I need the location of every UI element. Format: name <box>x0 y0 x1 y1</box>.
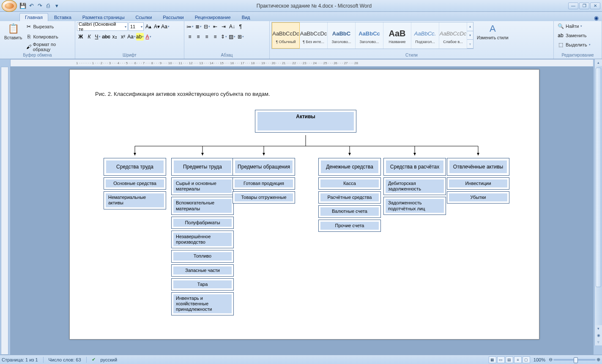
style-item[interactable]: AaBbCc.Подзагол... <box>411 22 439 49</box>
view-web-button[interactable]: ▤ <box>506 356 513 363</box>
align-right-button[interactable]: ≡ <box>203 33 211 41</box>
document-area[interactable]: Рис. 2. Классификация активов хозяйствую… <box>10 67 594 355</box>
paste-button[interactable]: 📋 Вставить <box>2 22 25 41</box>
line-spacing-button[interactable]: ⇕ <box>220 33 227 41</box>
tab-layout[interactable]: Разметка страницы <box>77 14 130 21</box>
next-page-icon[interactable]: ▿ <box>595 339 602 345</box>
shading-button[interactable]: ▨ <box>228 33 236 41</box>
borders-button[interactable]: ⊞ <box>237 33 244 41</box>
change-case-button[interactable]: Aa <box>128 33 135 41</box>
view-draft-button[interactable]: ▢ <box>523 356 530 363</box>
status-word-count[interactable]: Число слов: 63 <box>49 357 81 362</box>
font-size-combo[interactable]: 11 <box>129 22 144 31</box>
help-icon[interactable]: ◉ <box>594 15 599 21</box>
align-center-button[interactable]: ≡ <box>194 33 202 41</box>
tab-view[interactable]: Вид <box>237 14 255 21</box>
style-item[interactable]: AaBbCcDc¶ Без инте... <box>300 22 328 49</box>
format-painter-button[interactable]: 🖌Формат по образцу <box>25 42 73 52</box>
change-styles-button[interactable]: A Изменить стили <box>474 22 511 41</box>
tab-references[interactable]: Ссылки <box>131 14 157 21</box>
font-color-button[interactable]: A <box>145 33 152 41</box>
bold-button[interactable]: Ж <box>77 33 85 41</box>
superscript-button[interactable]: x² <box>119 33 127 41</box>
indent-increase-button[interactable]: ⇥ <box>220 23 227 30</box>
select-button[interactable]: ⬚Выделить▾ <box>555 41 592 49</box>
group-clipboard: 📋 Вставить ✂Вырезать ⎘Копировать 🖌Формат… <box>0 21 75 59</box>
close-button[interactable]: ✕ <box>590 3 600 9</box>
vertical-ruler[interactable] <box>1 67 8 355</box>
strike-button[interactable]: abc <box>102 33 110 41</box>
qat-more-icon[interactable]: ▾ <box>53 3 60 9</box>
title-bar: 💾 ↶ ↷ ⎙ ▾ Практическое задание № 4.docx … <box>0 0 602 12</box>
gallery-more[interactable]: ▴▾▿ <box>467 22 473 49</box>
style-item[interactable]: AaBbCЗаголово... <box>328 22 356 49</box>
multilevel-button[interactable]: ⊟ <box>203 23 211 30</box>
indent-decrease-button[interactable]: ⇤ <box>211 23 219 30</box>
cut-button[interactable]: ✂Вырезать <box>25 22 73 31</box>
zoom-slider[interactable] <box>553 359 596 361</box>
page: Рис. 2. Классификация активов хозяйствую… <box>69 69 539 340</box>
prev-page-icon[interactable]: ◉ <box>595 332 602 339</box>
scroll-thumb[interactable] <box>596 68 601 287</box>
clear-format-button[interactable]: Aa <box>161 23 169 30</box>
cut-icon: ✂ <box>25 23 32 30</box>
tab-insert[interactable]: Вставка <box>49 14 77 21</box>
view-print-layout-button[interactable]: ▦ <box>489 356 496 363</box>
horizontal-ruler[interactable]: 1 · · · · · · · 1 · · · 2 · · · 3 · · · … <box>10 59 594 67</box>
spellcheck-icon[interactable]: ✔ <box>92 357 96 362</box>
bullets-button[interactable]: ≔ <box>186 23 194 30</box>
subscript-button[interactable]: x₂ <box>111 33 118 41</box>
minimize-button[interactable]: — <box>568 3 578 9</box>
sort-button[interactable]: A↓ <box>228 23 236 30</box>
status-page[interactable]: Страница: 1 из 1 <box>2 357 38 362</box>
show-marks-button[interactable]: ¶ <box>237 23 244 30</box>
tab-review[interactable]: Рецензирование <box>190 14 236 21</box>
zoom-level[interactable]: 100% <box>534 357 545 362</box>
group-paragraph: ≔ ≣ ⊟ ⇤ ⇥ A↓ ¶ ≡ ≡ ≡ ≡ ⇕ ▨ ⊞ <box>184 21 270 59</box>
diagram-item-box: Топливо <box>171 250 234 262</box>
redo-icon[interactable]: ↷ <box>36 3 43 9</box>
font-name-combo[interactable]: Calibri (Основной те <box>77 22 128 31</box>
save-icon[interactable]: 💾 <box>19 3 26 9</box>
tab-mailings[interactable]: Рассылки <box>158 14 189 21</box>
style-item[interactable]: AaBbCcDc¶ Обычный <box>272 22 300 49</box>
style-item[interactable]: AaBbCcЗаголово... <box>356 22 383 49</box>
copy-button[interactable]: ⎘Копировать <box>25 32 73 41</box>
group-label-clipboard: Буфер обмена <box>2 52 73 58</box>
zoom-out-button[interactable]: ⊖ <box>549 357 553 362</box>
align-left-button[interactable]: ≡ <box>186 33 194 41</box>
highlight-button[interactable]: ab <box>136 33 144 41</box>
maximize-button[interactable]: ❐ <box>579 3 589 9</box>
zoom-in-button[interactable]: ⊕ <box>597 357 600 362</box>
diagram-category-box: Предметы обращения <box>233 158 295 176</box>
view-outline-button[interactable]: ≡ <box>514 356 522 363</box>
scroll-up-icon[interactable]: ▴ <box>595 59 602 66</box>
undo-icon[interactable]: ↶ <box>28 3 35 9</box>
diagram-item-box: Касса <box>318 177 381 190</box>
justify-button[interactable]: ≡ <box>211 33 219 41</box>
painter-icon: 🖌 <box>25 43 32 50</box>
scroll-down-icon[interactable]: ▾ <box>595 325 602 332</box>
numbering-button[interactable]: ≣ <box>194 23 202 30</box>
diagram-item-box: Расчётные средства <box>318 191 381 204</box>
underline-button[interactable]: Ч <box>94 33 101 41</box>
styles-gallery[interactable]: AaBbCcDc¶ Обычный AaBbCcDc¶ Без инте... … <box>271 22 473 49</box>
diagram-item-box: Убытки <box>447 191 509 204</box>
find-button[interactable]: 🔍Найти▾ <box>555 22 592 30</box>
view-fullscreen-button[interactable]: ▭ <box>497 356 505 363</box>
style-item[interactable]: AaBНазвание <box>383 22 411 49</box>
print-icon[interactable]: ⎙ <box>45 3 52 9</box>
italic-button[interactable]: К <box>85 33 93 41</box>
workspace: 1 · · · · · · · 1 · · · 2 · · · 3 · · · … <box>0 59 602 355</box>
style-item[interactable]: AaBbCcDcСлабое в... <box>439 22 467 49</box>
replace-button[interactable]: abЗаменить <box>555 31 592 40</box>
diagram-item-box: Инвестиции <box>447 177 509 190</box>
status-language[interactable]: русский <box>101 357 117 362</box>
tab-home[interactable]: Главная <box>19 13 48 21</box>
group-label-font: Шрифт <box>77 52 182 58</box>
group-styles: AaBbCcDc¶ Обычный AaBbCcDc¶ Без инте... … <box>270 21 554 59</box>
vertical-scrollbar[interactable]: ▴ ▾ ◉ ▿ <box>594 59 602 345</box>
shrink-font-button[interactable]: A▾ <box>153 23 161 30</box>
office-button[interactable] <box>2 0 17 12</box>
grow-font-button[interactable]: A▴ <box>145 23 152 30</box>
